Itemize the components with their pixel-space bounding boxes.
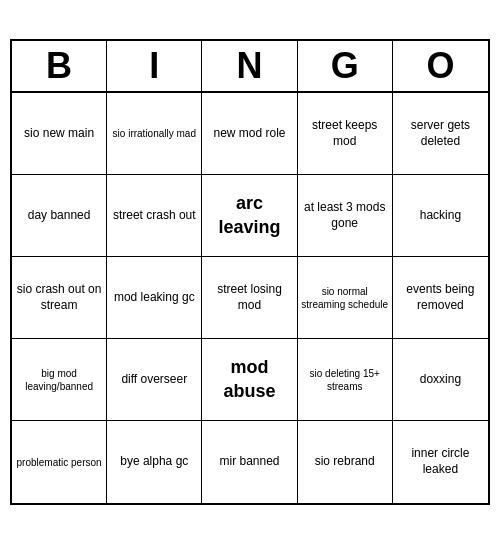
bingo-cell-8: at least 3 mods gone (298, 175, 393, 257)
header-letter-n: N (202, 41, 297, 91)
cell-text-18: sio deleting 15+ streams (301, 367, 389, 393)
bingo-cell-19: doxxing (393, 339, 488, 421)
cell-text-10: sio crash out on stream (15, 282, 103, 313)
header-letter-g: G (298, 41, 393, 91)
cell-text-8: at least 3 mods gone (301, 200, 389, 231)
bingo-cell-16: diff overseer (107, 339, 202, 421)
bingo-grid: sio new mainsio irrationally madnew mod … (12, 93, 488, 503)
bingo-cell-6: street crash out (107, 175, 202, 257)
cell-text-15: big mod leaving/banned (15, 367, 103, 393)
bingo-cell-22: mir banned (202, 421, 297, 503)
bingo-card: BINGO sio new mainsio irrationally madne… (10, 39, 490, 505)
cell-text-14: events being removed (396, 282, 485, 313)
cell-text-4: server gets deleted (396, 118, 485, 149)
cell-text-2: new mod role (213, 126, 285, 142)
cell-text-19: doxxing (420, 372, 461, 388)
cell-text-1: sio irrationally mad (113, 127, 196, 140)
bingo-cell-4: server gets deleted (393, 93, 488, 175)
bingo-cell-24: inner circle leaked (393, 421, 488, 503)
bingo-cell-13: sio normal streaming schedule (298, 257, 393, 339)
bingo-cell-21: bye alpha gc (107, 421, 202, 503)
bingo-cell-9: hacking (393, 175, 488, 257)
cell-text-20: problematic person (17, 456, 102, 469)
bingo-cell-18: sio deleting 15+ streams (298, 339, 393, 421)
bingo-cell-7: arc leaving (202, 175, 297, 257)
bingo-cell-5: day banned (12, 175, 107, 257)
cell-text-12: street losing mod (205, 282, 293, 313)
cell-text-5: day banned (28, 208, 91, 224)
bingo-cell-17: mod abuse (202, 339, 297, 421)
cell-text-3: street keeps mod (301, 118, 389, 149)
cell-text-23: sio rebrand (315, 454, 375, 470)
bingo-cell-2: new mod role (202, 93, 297, 175)
header-letter-b: B (12, 41, 107, 91)
cell-text-6: street crash out (113, 208, 196, 224)
bingo-cell-23: sio rebrand (298, 421, 393, 503)
bingo-cell-11: mod leaking gc (107, 257, 202, 339)
cell-text-21: bye alpha gc (120, 454, 188, 470)
bingo-cell-3: street keeps mod (298, 93, 393, 175)
cell-text-17: mod abuse (205, 356, 293, 403)
cell-text-16: diff overseer (121, 372, 187, 388)
cell-text-0: sio new main (24, 126, 94, 142)
bingo-cell-15: big mod leaving/banned (12, 339, 107, 421)
bingo-cell-1: sio irrationally mad (107, 93, 202, 175)
bingo-cell-12: street losing mod (202, 257, 297, 339)
cell-text-24: inner circle leaked (396, 446, 485, 477)
cell-text-13: sio normal streaming schedule (301, 285, 389, 311)
cell-text-7: arc leaving (205, 192, 293, 239)
bingo-header: BINGO (12, 41, 488, 93)
header-letter-i: I (107, 41, 202, 91)
header-letter-o: O (393, 41, 488, 91)
cell-text-11: mod leaking gc (114, 290, 195, 306)
bingo-cell-10: sio crash out on stream (12, 257, 107, 339)
bingo-cell-0: sio new main (12, 93, 107, 175)
cell-text-9: hacking (420, 208, 461, 224)
bingo-cell-20: problematic person (12, 421, 107, 503)
bingo-cell-14: events being removed (393, 257, 488, 339)
cell-text-22: mir banned (219, 454, 279, 470)
